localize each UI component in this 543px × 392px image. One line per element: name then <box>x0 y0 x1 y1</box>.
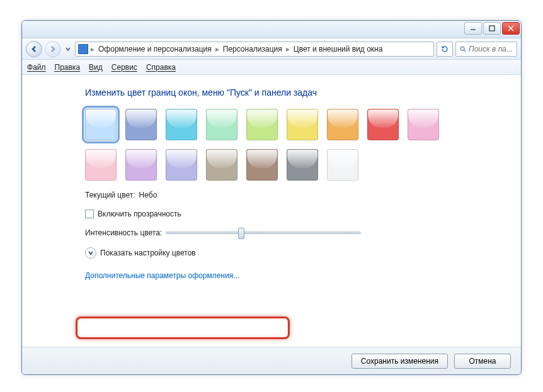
menu-file[interactable]: Файл <box>27 63 46 72</box>
save-button[interactable]: Сохранить изменения <box>352 354 448 369</box>
show-mixer-row[interactable]: Показать настройку цветов <box>85 247 521 259</box>
color-swatch-5[interactable] <box>287 109 318 140</box>
cancel-button[interactable]: Отмена <box>454 354 511 369</box>
navbar: ▸ Оформление и персонализация ▸ Персонал… <box>22 38 521 60</box>
minimize-button[interactable] <box>464 22 482 35</box>
menu-tools[interactable]: Сервис <box>111 63 137 72</box>
transparency-row: Включить прозрачность <box>85 210 521 218</box>
forward-button[interactable] <box>45 41 61 57</box>
search-icon <box>460 45 466 53</box>
titlebar <box>22 21 521 38</box>
color-swatch-12[interactable] <box>206 149 237 181</box>
annotation-highlight <box>76 316 290 339</box>
menu-help[interactable]: Справка <box>146 63 176 72</box>
intensity-slider[interactable] <box>166 232 361 234</box>
chevron-right-icon: ▸ <box>89 45 96 53</box>
color-swatch-4[interactable] <box>246 109 278 140</box>
footer: Сохранить изменения Отмена <box>22 347 521 374</box>
current-color-value: Небо <box>139 191 157 199</box>
color-swatch-15[interactable] <box>327 149 358 181</box>
breadcrumb-item[interactable]: Цвет и внешний вид окна <box>292 45 384 53</box>
show-mixer-label: Показать настройку цветов <box>100 249 196 257</box>
transparency-checkbox[interactable] <box>85 210 94 218</box>
transparency-label: Включить прозрачность <box>98 210 181 218</box>
search-input[interactable] <box>455 42 517 57</box>
current-color-row: Текущий цвет: Небо <box>85 191 521 199</box>
back-button[interactable] <box>26 41 42 57</box>
color-swatch-13[interactable] <box>246 149 278 181</box>
content-area: Изменить цвет границ окон, меню "Пуск" и… <box>22 75 521 347</box>
current-color-label: Текущий цвет: <box>85 191 135 199</box>
color-swatch-0[interactable] <box>85 109 117 140</box>
address-bar[interactable]: ▸ Оформление и персонализация ▸ Персонал… <box>75 42 434 57</box>
search-field[interactable] <box>469 45 513 53</box>
advanced-appearance-link[interactable]: Дополнительные параметры оформления... <box>85 269 239 283</box>
advanced-row: Дополнительные параметры оформления... <box>85 269 521 283</box>
close-button[interactable] <box>502 22 520 35</box>
breadcrumb-item[interactable]: Оформление и персонализация <box>97 45 213 53</box>
color-swatch-7[interactable] <box>367 109 399 140</box>
window: ▸ Оформление и персонализация ▸ Персонал… <box>21 20 522 375</box>
refresh-button[interactable] <box>437 42 453 57</box>
color-swatch-2[interactable] <box>166 109 197 140</box>
color-swatch-11[interactable] <box>166 149 197 181</box>
color-swatch-6[interactable] <box>327 109 358 140</box>
color-swatch-10[interactable] <box>125 149 157 181</box>
color-swatch-3[interactable] <box>206 109 237 140</box>
breadcrumb-item[interactable]: Персонализация <box>222 45 283 53</box>
svg-rect-0 <box>489 26 494 31</box>
color-swatch-8[interactable] <box>408 109 439 140</box>
menubar: Файл Правка Вид Сервис Справка <box>22 60 521 75</box>
color-swatch-1[interactable] <box>125 109 157 140</box>
intensity-label: Интенсивность цвета: <box>85 228 162 237</box>
slider-thumb[interactable] <box>238 228 244 239</box>
color-swatch-grid <box>85 109 463 181</box>
history-chevron-icon[interactable] <box>64 47 72 52</box>
chevron-right-icon: ▸ <box>285 45 291 53</box>
color-swatch-9[interactable] <box>85 149 117 181</box>
chevron-down-icon[interactable] <box>85 247 96 259</box>
menu-view[interactable]: Вид <box>89 63 103 72</box>
intensity-row: Интенсивность цвета: <box>85 228 521 237</box>
chevron-right-icon: ▸ <box>214 45 220 53</box>
control-panel-icon <box>78 44 88 54</box>
svg-point-1 <box>460 47 464 50</box>
maximize-button[interactable] <box>483 22 501 35</box>
menu-edit[interactable]: Правка <box>55 63 81 72</box>
page-title: Изменить цвет границ окон, меню "Пуск" и… <box>85 87 521 98</box>
color-swatch-14[interactable] <box>287 149 318 181</box>
